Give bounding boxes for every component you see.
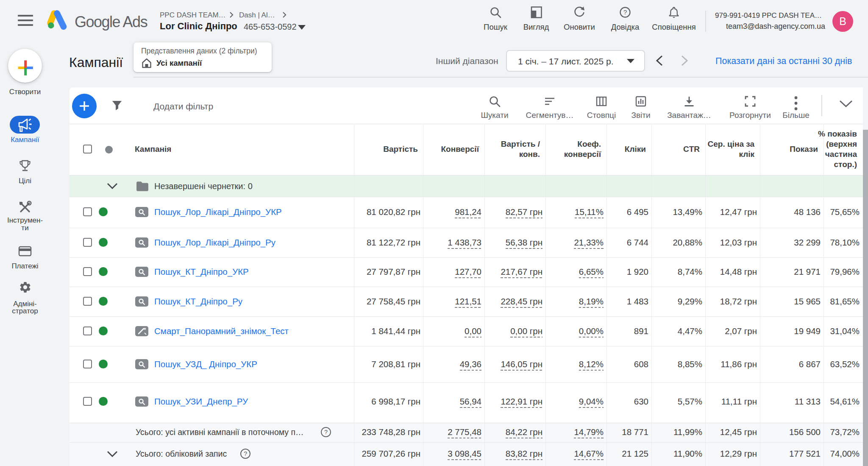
svg-text:?: ? [324,429,328,435]
svg-text:?: ? [244,450,247,457]
svg-text:?: ? [623,8,627,16]
